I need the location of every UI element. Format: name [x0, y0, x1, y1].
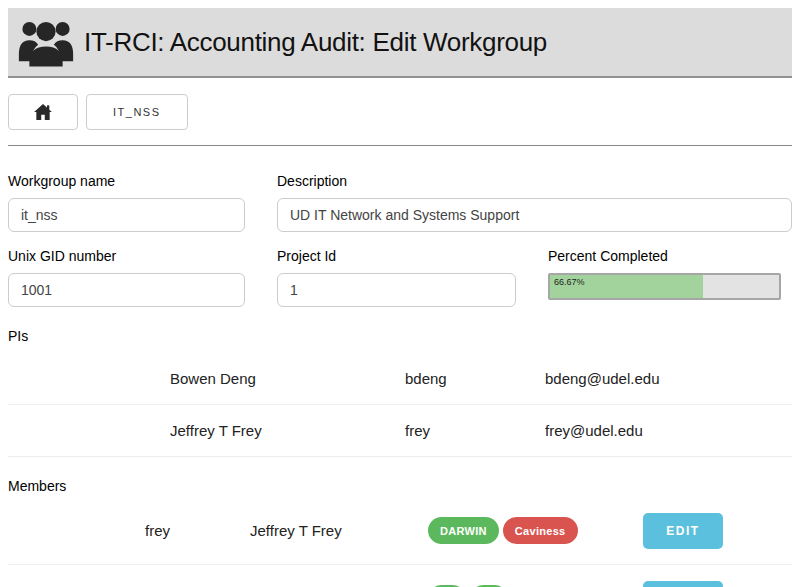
cluster-badge-darwin: DARWIN	[428, 517, 499, 544]
members-table: frey Jeffrey T Frey DARWIN Caviness EDIT…	[8, 497, 792, 587]
workgroup-name-field-group: Workgroup name	[8, 173, 245, 232]
project-id-field-group: Project Id	[277, 248, 516, 307]
project-id-label: Project Id	[277, 248, 516, 264]
edit-member-button[interactable]: EDIT	[643, 581, 723, 587]
pi-row: Jeffrey T Frey frey frey@udel.edu	[8, 405, 792, 457]
form-row-1: Workgroup name Description	[8, 173, 792, 232]
pi-name: Jeffrey T Frey	[170, 422, 405, 439]
cluster-badge-caviness: Caviness	[503, 517, 578, 544]
pi-email: frey@udel.edu	[545, 422, 792, 439]
unix-gid-label: Unix GID number	[8, 248, 245, 264]
members-section-label: Members	[8, 478, 792, 494]
member-username: frey	[145, 522, 250, 539]
form-row-2: Unix GID number Project Id Percent Compl…	[8, 248, 792, 307]
description-field-group: Description	[277, 173, 792, 232]
unix-gid-input[interactable]	[8, 273, 245, 307]
pi-email: bdeng@udel.edu	[545, 370, 792, 387]
app-header: IT-RCI: Accounting Audit: Edit Workgroup	[8, 8, 792, 78]
users-group-icon	[18, 17, 74, 67]
member-row: EDIT	[8, 565, 792, 587]
pi-name: Bowen Deng	[170, 370, 405, 387]
workgroup-name-input[interactable]	[8, 198, 245, 232]
member-cluster-badges: DARWIN Caviness	[428, 517, 643, 544]
pis-table: Bowen Deng bdeng bdeng@udel.edu Jeffrey …	[8, 353, 792, 457]
description-label: Description	[277, 173, 792, 189]
pi-row: Bowen Deng bdeng bdeng@udel.edu	[8, 353, 792, 405]
pi-username: frey	[405, 422, 545, 439]
workgroup-name-label: Workgroup name	[8, 173, 245, 189]
percent-completed-label: Percent Completed	[548, 248, 781, 264]
breadcrumb: IT_NSS	[8, 94, 792, 130]
page: IT-RCI: Accounting Audit: Edit Workgroup…	[0, 0, 800, 587]
project-id-input[interactable]	[277, 273, 516, 307]
divider	[8, 145, 792, 146]
progress-bar-fill: 66.67%	[550, 275, 703, 298]
workgroup-breadcrumb-button[interactable]: IT_NSS	[86, 94, 188, 130]
member-name: Jeffrey T Frey	[250, 522, 428, 539]
description-input[interactable]	[277, 198, 792, 232]
home-button[interactable]	[8, 94, 78, 130]
page-title: IT-RCI: Accounting Audit: Edit Workgroup	[84, 27, 547, 58]
pis-section-label: PIs	[8, 328, 792, 344]
member-row: frey Jeffrey T Frey DARWIN Caviness EDIT	[8, 497, 792, 565]
home-icon	[34, 104, 52, 120]
unix-gid-field-group: Unix GID number	[8, 248, 245, 307]
pi-username: bdeng	[405, 370, 545, 387]
progress-bar: 66.67%	[548, 273, 781, 300]
edit-member-button[interactable]: EDIT	[643, 513, 723, 549]
percent-completed-group: Percent Completed 66.67%	[548, 248, 781, 307]
